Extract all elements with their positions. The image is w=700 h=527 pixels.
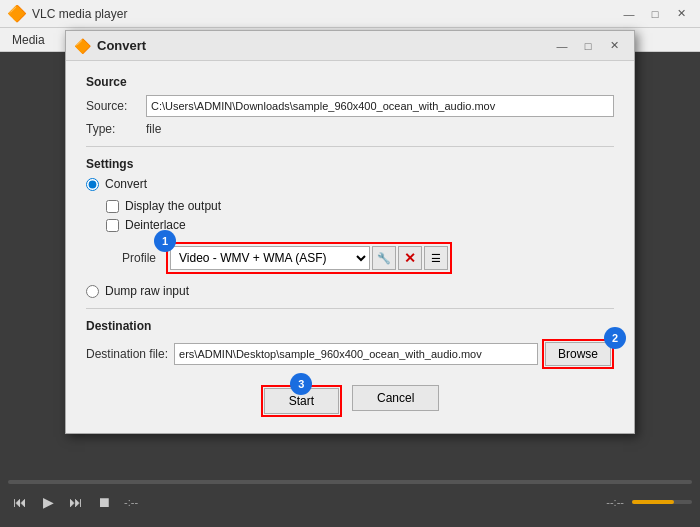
destination-section-label: Destination <box>86 319 614 333</box>
vlc-next-button[interactable]: ⏭ <box>64 490 88 514</box>
convert-radio-row: Convert <box>86 177 614 191</box>
deinterlace-label: Deinterlace <box>125 218 186 232</box>
divider-1 <box>86 146 614 147</box>
profile-group: 1 Video - WMV + WMA (ASF) Video - H.264 … <box>166 242 452 274</box>
start-group: 3 Start <box>261 385 342 417</box>
vlc-titlebar: 🔶 VLC media player — □ ✕ <box>0 0 700 28</box>
profile-row: Profile 1 Video - WMV + WMA (ASF) Video … <box>86 242 614 274</box>
list-icon: ☰ <box>431 252 441 265</box>
vlc-bottom-bar: ⏮ ▶ ⏭ ⏹ -:-- --:-- <box>0 467 700 527</box>
convert-dialog: 🔶 Convert — □ ✕ Source Source: C:\Users\… <box>65 30 635 434</box>
convert-radio[interactable] <box>86 178 99 191</box>
vlc-time-right: --:-- <box>606 496 624 508</box>
source-value: C:\Users\ADMIN\Downloads\sample_960x400_… <box>151 100 495 112</box>
profile-edit-button[interactable]: 🔧 <box>372 246 396 270</box>
display-output-row: Display the output <box>86 199 614 213</box>
vlc-window-controls: — □ ✕ <box>618 3 692 25</box>
profile-new-button[interactable]: ☰ <box>424 246 448 270</box>
dialog-title: Convert <box>97 38 548 53</box>
vlc-close-button[interactable]: ✕ <box>670 3 692 25</box>
dump-radio[interactable] <box>86 285 99 298</box>
deinterlace-checkbox[interactable] <box>106 219 119 232</box>
convert-radio-label: Convert <box>105 177 147 191</box>
dump-radio-row: Dump raw input <box>86 284 614 298</box>
type-field-row: Type: file <box>86 122 614 136</box>
vlc-progress-bar[interactable] <box>8 480 692 484</box>
browse-group: 2 Browse <box>542 339 614 369</box>
browse-button[interactable]: Browse <box>545 342 611 366</box>
vlc-play-button[interactable]: ▶ <box>36 490 60 514</box>
source-section-label: Source <box>86 75 614 89</box>
vlc-cone: 🔶 <box>7 4 27 23</box>
dialog-titlebar: 🔶 Convert — □ ✕ <box>66 31 634 61</box>
source-value-box: C:\Users\ADMIN\Downloads\sample_960x400_… <box>146 95 614 117</box>
settings-section: Settings Convert Display the output Dein… <box>86 157 614 298</box>
vlc-main-window: 🔶 VLC media player — □ ✕ Media 🔶 Convert… <box>0 0 700 527</box>
badge-1: 1 <box>154 230 176 252</box>
destination-section: Destination Destination file: 2 Browse <box>86 319 614 369</box>
dest-file-label: Destination file: <box>86 347 168 361</box>
x-icon: ✕ <box>404 250 416 266</box>
vlc-volume-fill <box>632 500 674 504</box>
vlc-prev-button[interactable]: ⏮ <box>8 490 32 514</box>
vlc-icon: 🔶 <box>8 5 26 23</box>
wrench-icon: 🔧 <box>377 252 391 265</box>
destination-file-input[interactable] <box>174 343 538 365</box>
dialog-body: Source Source: C:\Users\ADMIN\Downloads\… <box>66 61 634 433</box>
vlc-playback-controls: ⏮ ▶ ⏭ ⏹ -:-- --:-- <box>8 490 692 514</box>
profile-select[interactable]: Video - WMV + WMA (ASF) Video - H.264 + … <box>170 246 370 270</box>
dump-label: Dump raw input <box>105 284 189 298</box>
type-value: file <box>146 122 161 136</box>
vlc-title: VLC media player <box>32 7 618 21</box>
profile-label: Profile <box>86 251 166 265</box>
display-output-label: Display the output <box>125 199 221 213</box>
vlc-minimize-button[interactable]: — <box>618 3 640 25</box>
dialog-maximize-button[interactable]: □ <box>576 35 600 57</box>
vlc-stop-button[interactable]: ⏹ <box>92 490 116 514</box>
settings-section-label: Settings <box>86 157 614 171</box>
display-output-checkbox[interactable] <box>106 200 119 213</box>
badge-2: 2 <box>604 327 626 349</box>
dialog-icon: 🔶 <box>74 38 91 54</box>
destination-file-row: Destination file: 2 Browse <box>86 339 614 369</box>
profile-delete-button[interactable]: ✕ <box>398 246 422 270</box>
source-label: Source: <box>86 99 146 113</box>
vlc-maximize-button[interactable]: □ <box>644 3 666 25</box>
divider-2 <box>86 308 614 309</box>
type-label: Type: <box>86 122 146 136</box>
source-field-row: Source: C:\Users\ADMIN\Downloads\sample_… <box>86 95 614 117</box>
vlc-menu-media[interactable]: Media <box>4 31 53 49</box>
vlc-time-left: -:-- <box>124 496 138 508</box>
bottom-buttons-row: 3 Start Cancel <box>86 385 614 417</box>
cancel-button[interactable]: Cancel <box>352 385 439 411</box>
badge-3: 3 <box>290 373 312 395</box>
dialog-minimize-button[interactable]: — <box>550 35 574 57</box>
dialog-close-button[interactable]: ✕ <box>602 35 626 57</box>
vlc-volume-bar[interactable] <box>632 500 692 504</box>
